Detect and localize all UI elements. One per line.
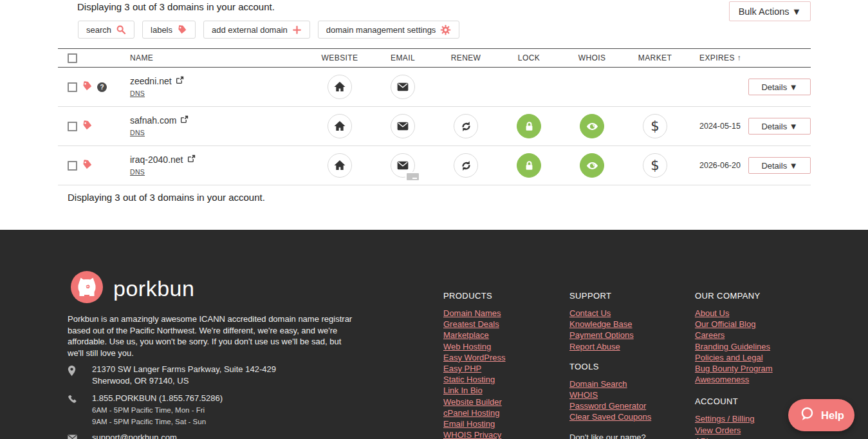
footer-link[interactable]: Password Generator [569,400,651,411]
footer-link[interactable]: Awesomeness [695,374,773,385]
footer-link[interactable]: Careers [695,330,773,341]
footer-link[interactable]: Settings / Billing [695,413,773,424]
footer-link[interactable]: Contact Us [569,308,651,319]
add-external-domain-button[interactable]: add external domain [203,21,310,39]
label-tag-icon[interactable] [82,120,93,133]
search-button-label: search [86,25,111,35]
footer-link[interactable]: Static Hosting [443,374,506,385]
footer-link[interactable]: Domain Search [569,378,651,389]
footer-address: 21370 SW Langer Farms Parkway, Suite 142… [68,364,276,386]
select-all-checkbox[interactable] [68,53,77,63]
help-button-label: Help [821,409,844,422]
details-button[interactable]: Details ▼ [748,118,811,135]
row-checkbox[interactable] [68,122,77,131]
domain-name[interactable]: iraq-2040.net [130,154,183,165]
lock-icon[interactable] [517,153,541,178]
footer-link[interactable]: Payment Options [569,330,651,341]
domains-toolbar: search labels add external domain domain… [78,21,459,39]
footer-link[interactable]: WHOIS Privacy [443,429,506,439]
whois-eye-icon[interactable] [580,153,604,178]
whois-eye-icon[interactable] [580,114,604,138]
address-line-1: 21370 SW Langer Farms Parkway, Suite 142… [92,364,276,375]
details-button[interactable]: Details ▼ [748,157,811,174]
bulk-actions-button[interactable]: Bulk Actions ▼ [729,1,811,21]
renew-icon[interactable] [454,153,478,178]
footer-link[interactable]: Link In Bio [443,385,506,396]
search-button[interactable]: search [78,21,134,39]
envelope-icon [68,432,78,439]
market-dollar-icon[interactable]: $ [643,153,667,178]
table-row: iraq-2040.net DNS $ 2026-06-20 Details ▼ [58,146,811,185]
renew-icon[interactable] [454,114,478,138]
footer-link[interactable]: Clear Saved Coupons [569,411,651,422]
footer-link[interactable]: Easy PHP [443,363,506,374]
external-link-icon[interactable] [180,115,189,126]
table-row: ? zeedni.net DNS Details ▼ [58,68,811,107]
website-icon[interactable] [328,153,352,178]
footer-link[interactable]: Domain Names [443,308,506,319]
email-icon[interactable] [391,75,415,99]
footer-description: Porkbun is an amazingly awesome ICANN ac… [68,313,354,359]
dns-link[interactable]: DNS [130,89,145,97]
domain-management-settings-button[interactable]: domain management settings [318,21,460,39]
labels-button[interactable]: labels [142,21,196,39]
column-header-market[interactable]: MARKET [623,53,687,62]
email-icon[interactable] [391,153,415,178]
footer-link[interactable]: Email Hosting [443,418,506,429]
footer-link[interactable]: API [695,436,773,439]
table-row: safnah.com DNS $ 2024-05-15 Details ▼ [58,107,811,146]
footer-tagline: Don't like our name? [569,433,651,439]
label-tag-icon[interactable] [82,80,93,94]
footer-link[interactable]: Bug Bounty Program [695,363,773,374]
website-icon[interactable] [328,114,352,138]
footer-link[interactable]: Our Official Blog [695,319,773,330]
support-email-link[interactable]: support@porkbun.com [92,432,177,439]
external-link-icon[interactable] [176,76,184,86]
row-checkbox[interactable] [68,82,77,92]
column-header-name[interactable]: NAME [130,53,308,62]
footer-link[interactable]: Website Builder [443,397,506,407]
footer-link[interactable]: Policies and Legal [695,352,773,363]
chat-bubble-icon [799,406,815,425]
email-icon[interactable] [391,114,415,138]
domain-name[interactable]: safnah.com [130,115,176,126]
footer-column-products: PRODUCTS Domain Names Greatest Deals Mar… [443,291,506,439]
external-link-icon[interactable] [187,154,196,165]
footer-link[interactable]: View Orders [695,425,773,436]
details-button[interactable]: Details ▼ [748,79,811,95]
porkbun-logo [71,271,103,306]
column-header-whois[interactable]: WHOIS [560,53,623,62]
column-header-expires[interactable]: EXPIRES ↑ [687,53,747,62]
footer-link[interactable]: Greatest Deals [443,319,506,330]
tag-icon [177,24,187,35]
column-header-email[interactable]: EMAIL [371,53,434,62]
dns-link[interactable]: DNS [130,129,145,136]
dns-link[interactable]: DNS [130,168,145,176]
footer-heading-company: OUR COMPANY [695,291,773,301]
lock-icon[interactable] [517,114,541,138]
footer-link[interactable]: Easy WordPress [443,352,506,363]
footer-link[interactable]: cPanel Hosting [443,407,506,418]
displaying-count-text-bottom: Displaying 3 out of 3 domains in your ac… [68,192,265,203]
help-button[interactable]: Help [788,399,854,431]
footer-link[interactable]: About Us [695,308,773,319]
domain-management-page: Displaying 3 out of 3 domains in your ac… [0,0,868,439]
market-dollar-icon[interactable]: $ [643,114,667,138]
column-header-renew[interactable]: RENEW [434,53,497,62]
row-checkbox[interactable] [68,161,77,171]
footer-link[interactable]: WHOIS [569,389,651,400]
footer-email: support@porkbun.com [68,432,177,439]
domain-name[interactable]: zeedni.net [130,76,172,86]
label-tag-icon[interactable] [82,159,93,173]
footer-link[interactable]: Marketplace [443,330,506,341]
website-icon[interactable] [328,75,352,99]
column-header-website[interactable]: WEBSITE [308,53,371,62]
footer-link[interactable]: Report Abuse [569,341,651,352]
phone-hours-weekend: 9AM - 5PM Pacific Time, Sat - Sun [92,416,223,428]
footer-link[interactable]: Knowledge Base [569,319,651,330]
help-question-icon[interactable]: ? [97,82,107,92]
location-pin-icon [68,364,78,386]
column-header-lock[interactable]: LOCK [497,53,560,62]
footer-link[interactable]: Web Hosting [443,341,506,352]
footer-link[interactable]: Branding Guidelines [695,341,773,352]
